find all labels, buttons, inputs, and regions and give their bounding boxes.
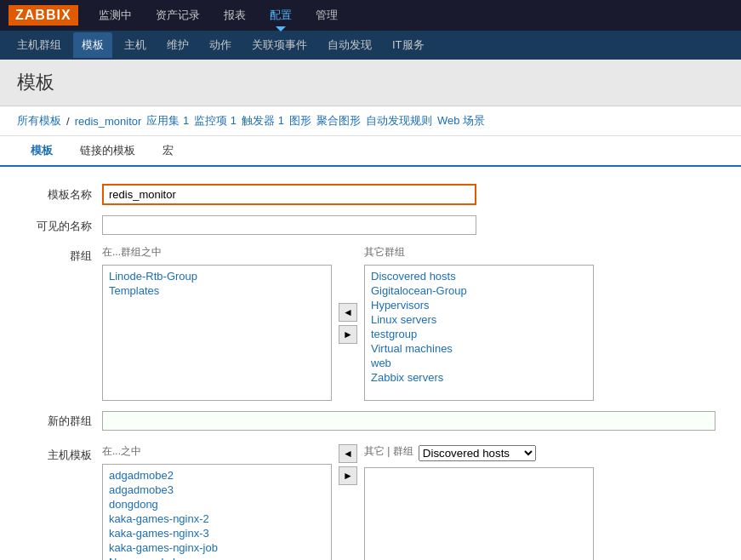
breadcrumb-trigger[interactable]: 触发器 1 [242,113,284,129]
groups-section: 群组 在...群组之中 Linode-Rtb-Group Templates ◄… [26,245,715,401]
template-name-row: 模板名称 redis_monitor [26,184,715,205]
host-move-right-button[interactable]: ► [339,466,357,485]
second-navigation: 主机群组 模板 主机 维护 动作 关联项事件 自动发现 IT服务 [0,31,741,60]
page-title: 模板 [17,70,724,95]
visible-name-label: 可见的名称 [26,215,102,234]
second-nav-discovery[interactable]: 自动发现 [319,32,380,58]
host-template-section: 主机模板 在...之中 adgadmobe2 adgadmobe3 dongdo… [26,444,715,560]
template-name-label: 模板名称 [26,184,102,203]
tab-template[interactable]: 模板 [17,136,66,167]
list-item[interactable]: kaka-games-nginx-job [106,540,328,555]
in-group-col-label: 在...群组之中 [102,245,332,260]
zabbix-logo: ZABBIX [9,5,78,26]
visible-name-row: 可见的名称 [26,215,715,235]
page-header: 模板 [0,60,741,106]
host-template-content: 在...之中 adgadmobe2 adgadmobe3 dongdong ka… [102,444,715,560]
host-other-col-header: 其它 | 群组 Discovered hosts Gigitalocean-Gr… [364,444,594,462]
in-group-listbox[interactable]: Linode-Rtb-Group Templates [102,265,332,401]
move-right-button[interactable]: ► [339,325,357,344]
nav-item-config[interactable]: 配置 [266,1,295,30]
new-group-input[interactable] [102,411,715,431]
list-item[interactable]: dongdong [106,497,328,511]
breadcrumb-sep-1: / [66,115,70,128]
host-in-listbox[interactable]: adgadmobe2 adgadmobe3 dongdong kaka-game… [102,464,332,560]
in-group-col: 在...群组之中 Linode-Rtb-Group Templates [102,245,332,401]
new-group-label: 新的群组 [26,414,102,429]
groups-content: 在...群组之中 Linode-Rtb-Group Templates ◄ ► … [102,245,715,401]
top-navigation: ZABBIX 监测中 资产记录 报表 配置 管理 [0,0,741,31]
top-nav-items: 监测中 资产记录 报表 配置 管理 [95,1,341,30]
second-nav-host-groups[interactable]: 主机群组 [9,32,70,58]
second-nav-it-services[interactable]: IT服务 [384,32,433,58]
second-nav-linked-events[interactable]: 关联项事件 [243,32,316,58]
list-item[interactable]: Templates [106,283,328,298]
breadcrumb-discovery-rules[interactable]: 自动发现规则 [366,113,432,129]
list-item[interactable]: kaka-games-nginx-2 [106,511,328,526]
breadcrumb-web-scenario[interactable]: Web 场景 [437,113,485,129]
nav-item-admin[interactable]: 管理 [312,1,341,30]
other-group-col-label: 其它群组 [364,245,594,260]
host-template-label: 主机模板 [26,444,102,463]
host-move-left-button[interactable]: ◄ [339,444,357,463]
list-item[interactable]: kaka-games-nginx-3 [106,526,328,540]
breadcrumb-redis-monitor[interactable]: redis_monitor [75,115,142,128]
visible-name-control [102,215,476,235]
host-in-col: 在...之中 adgadmobe2 adgadmobe3 dongdong ka… [102,444,332,560]
list-item[interactable]: New-mysql-slave [106,555,328,560]
list-item[interactable]: Virtual machines [368,341,590,356]
breadcrumb-all-templates[interactable]: 所有模板 [17,113,61,129]
sub-tabs: 模板 链接的模板 宏 [0,136,741,167]
breadcrumb-monitor-item[interactable]: 监控项 1 [194,113,237,129]
tab-macros[interactable]: 宏 [149,136,187,167]
template-name-control: redis_monitor [102,184,476,205]
breadcrumb-app-set[interactable]: 应用集 1 [146,113,189,129]
host-other-listbox[interactable] [364,467,594,560]
list-item[interactable]: testgroup [368,327,590,341]
new-group-section: 新的群组 [26,411,715,431]
host-other-col: 其它 | 群组 Discovered hosts Gigitalocean-Gr… [364,444,594,560]
second-nav-templates[interactable]: 模板 [73,32,112,58]
visible-name-input[interactable] [102,215,476,235]
other-group-listbox[interactable]: Discovered hosts Gigitalocean-Group Hype… [364,265,594,401]
list-item[interactable]: Discovered hosts [368,269,590,283]
list-item[interactable]: Linode-Rtb-Group [106,269,328,283]
nav-item-monitor[interactable]: 监测中 [95,1,135,30]
breadcrumb-aggregate-graph[interactable]: 聚合图形 [316,113,361,129]
host-group-filter-dropdown[interactable]: Discovered hosts Gigitalocean-Group Hype… [419,445,536,461]
list-item[interactable]: Hypervisors [368,298,590,312]
nav-item-assets[interactable]: 资产记录 [152,1,203,30]
host-other-col-label: 其它 | 群组 [364,444,413,459]
list-item[interactable]: adgadmobe3 [106,483,328,497]
host-in-col-label: 在...之中 [102,444,332,459]
move-left-button[interactable]: ◄ [339,303,357,322]
groups-label: 群组 [26,245,102,264]
group-arrow-buttons: ◄ ► [339,303,357,344]
second-nav-actions[interactable]: 动作 [201,32,240,58]
form-area: 模板名称 redis_monitor 可见的名称 群组 在...群组之中 Lin… [0,167,741,560]
list-item[interactable]: web [368,356,590,370]
list-item[interactable]: Linux servers [368,312,590,327]
second-nav-maintenance[interactable]: 维护 [158,32,197,58]
list-item[interactable]: Zabbix servers [368,370,590,385]
host-arrow-buttons: ◄ ► [339,444,357,485]
list-item[interactable]: Gigitalocean-Group [368,283,590,298]
list-item[interactable]: adgadmobe2 [106,468,328,483]
template-name-input[interactable]: redis_monitor [102,184,476,205]
breadcrumb-graph[interactable]: 图形 [289,113,311,129]
second-nav-hosts[interactable]: 主机 [116,32,155,58]
breadcrumb: 所有模板 / redis_monitor 应用集 1 监控项 1 触发器 1 图… [0,106,741,136]
other-group-col: 其它群组 Discovered hosts Gigitalocean-Group… [364,245,594,401]
nav-item-reports[interactable]: 报表 [220,1,249,30]
tab-linked-templates[interactable]: 链接的模板 [66,136,149,167]
